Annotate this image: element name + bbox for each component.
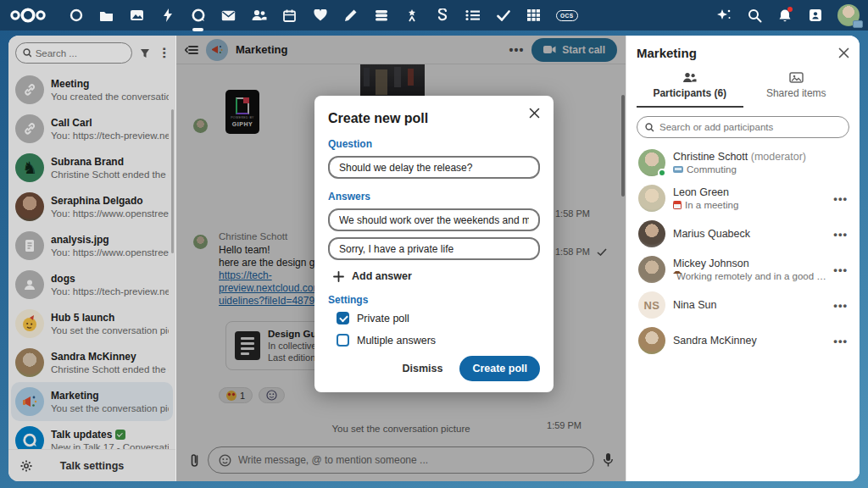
message-link[interactable]: uidelines?fileId=487957 (219, 295, 326, 307)
chat-scrollbar[interactable] (621, 95, 625, 197)
attach-paperclip-icon[interactable] (190, 452, 199, 468)
search-icon[interactable] (746, 7, 763, 24)
calendar-icon[interactable] (281, 8, 298, 24)
private-poll-checkbox[interactable]: Private poll (337, 312, 540, 324)
message-link[interactable]: preview.nextcloud.com/a (219, 282, 330, 294)
sidebar-scrollbar[interactable] (171, 109, 174, 253)
contacts-book-icon[interactable] (807, 7, 824, 24)
conversation-item-call-carl[interactable]: Call Carl You: https://tech-preview.nex… (8, 109, 175, 148)
answer-input-1[interactable] (328, 208, 540, 231)
conversation-item-talk-updates[interactable]: Talk updates New in Talk 17 - Conversati… (8, 421, 175, 449)
talk-logo-icon (15, 426, 44, 449)
participants-search[interactable] (637, 116, 849, 138)
checkbox-unchecked-icon[interactable] (337, 334, 349, 347)
close-sidebar-icon[interactable] (838, 47, 849, 58)
tab-shared-items[interactable]: Shared items (743, 72, 850, 108)
participants-list: Christine Schott (moderator) Commuting L… (637, 145, 849, 358)
files-folder-icon[interactable] (98, 8, 114, 24)
tasks-list-icon[interactable] (465, 8, 481, 24)
conversation-preview: You set the conversation pict… (51, 403, 169, 413)
conversation-item-marketing[interactable]: Marketing You set the conversation pict… (11, 382, 173, 421)
conversations-sidebar: ⋯ Meeting You created the conversation C… (8, 36, 176, 481)
contacts-icon[interactable] (251, 8, 267, 24)
conversation-item-seraphina[interactable]: Seraphina Delgado You: https://www.opens… (8, 187, 175, 226)
message-link[interactable]: https://tech- (219, 269, 272, 281)
document-icon (235, 331, 260, 360)
conversation-menu-icon[interactable]: ••• (509, 43, 525, 57)
multiple-answers-checkbox[interactable]: Multiple answers (337, 334, 540, 347)
conversation-preview: You created the conversation (51, 92, 169, 102)
tables-grid-icon[interactable] (526, 8, 542, 24)
close-modal-icon[interactable] (529, 108, 540, 119)
file-icon (15, 231, 44, 260)
participant-menu-icon[interactable]: ••• (833, 299, 848, 312)
dashboard-icon[interactable] (68, 8, 84, 24)
conversation-item-subrana-brand[interactable]: ♞ Subrana Brand Christine Schott ended t… (8, 148, 175, 187)
answer-input-2[interactable] (328, 237, 540, 260)
photos-icon[interactable] (129, 8, 145, 24)
dismiss-button[interactable]: Dismiss (393, 357, 451, 380)
add-reaction-button[interactable] (259, 387, 285, 403)
video-camera-icon (543, 45, 556, 54)
conversation-item-dogs[interactable]: dogs You: https://tech-preview.nex… (8, 265, 175, 304)
participant-marius[interactable]: Marius Quabeck ••• (637, 216, 849, 252)
start-call-button[interactable]: Start call (531, 38, 617, 62)
nextcloud-logo-icon[interactable] (8, 7, 47, 24)
conversation-item-analysis-jpg[interactable]: analysis.jpg You: https://www.openstreet… (8, 226, 175, 265)
notes-pencil-icon[interactable] (342, 8, 359, 24)
conversation-list: Meeting You created the conversation Cal… (8, 69, 175, 449)
recognize-icon[interactable] (403, 8, 420, 24)
notifications-bell-icon[interactable] (776, 7, 793, 24)
image-attachment[interactable] (360, 64, 425, 98)
conversation-search-input[interactable] (36, 48, 125, 58)
tab-participants[interactable]: Participants (6) (637, 72, 743, 108)
filter-icon[interactable] (137, 48, 153, 58)
conversation-item-meeting[interactable]: Meeting You created the conversation (8, 70, 175, 109)
participant-menu-icon[interactable]: ••• (833, 192, 848, 205)
activity-icon[interactable] (159, 8, 175, 24)
talk-settings-button[interactable]: Talk settings (8, 449, 175, 481)
participant-menu-icon[interactable]: ••• (833, 263, 848, 276)
message-input[interactable] (238, 454, 583, 466)
mail-icon[interactable] (220, 8, 236, 24)
emoji-picker-icon[interactable] (219, 454, 231, 467)
participant-mickey[interactable]: Mickey Johnson Working remotely and in a… (637, 252, 849, 287)
heart-eyes-reaction[interactable]: 1 (219, 387, 253, 403)
s-app-icon[interactable] (434, 8, 450, 24)
conversation-name: Hub 5 launch (51, 312, 169, 324)
sidebar-menu-icon[interactable]: ⋯ (158, 47, 171, 59)
user-avatar[interactable] (837, 4, 860, 26)
checkmark-icon[interactable] (495, 8, 511, 24)
avatar (15, 192, 44, 221)
message-input-pill[interactable] (208, 446, 594, 474)
participant-menu-icon[interactable]: ••• (833, 335, 848, 347)
add-answer-label: Add answer (352, 270, 412, 282)
participants-search-input[interactable] (659, 122, 841, 132)
deck-icon[interactable] (373, 8, 389, 24)
participant-leon[interactable]: Leon Green In a meeting ••• (637, 180, 849, 216)
create-poll-button[interactable]: Create poll (459, 356, 540, 381)
collapse-sidebar-icon[interactable] (185, 45, 198, 55)
microphone-icon[interactable] (603, 452, 614, 468)
participant-nina[interactable]: NS Nina Sun ••• (637, 287, 849, 323)
participant-sandra[interactable]: Sandra McKinney ••• (637, 323, 849, 358)
assistant-sparkles-icon[interactable] (715, 7, 732, 24)
conversation-search[interactable] (15, 42, 132, 64)
talk-icon[interactable] (190, 8, 206, 24)
participant-christine[interactable]: Christine Schott (moderator) Commuting (637, 145, 849, 180)
giphy-attachment[interactable]: POWERED BY GIPHY (225, 90, 259, 134)
health-heart-icon[interactable] (312, 8, 328, 24)
checkbox-label: Private poll (357, 313, 409, 324)
megaphone-avatar-icon (15, 387, 44, 416)
reaction-count: 1 (240, 391, 245, 401)
conversation-preview: Christine Schott ended the c… (51, 169, 169, 180)
add-answer-button[interactable]: Add answer (333, 270, 412, 282)
conversation-item-hub5[interactable]: Hub 5 launch You set the conversation pi… (8, 304, 175, 343)
checkbox-checked-icon[interactable] (337, 312, 349, 324)
chat-header: Marketing ••• Start call (176, 36, 626, 64)
participant-menu-icon[interactable]: ••• (833, 228, 848, 241)
participants-icon (682, 72, 697, 83)
conversation-item-sandra[interactable]: Sandra McKinney Christine Schott ended t… (8, 343, 175, 382)
ocs-app-icon[interactable]: OCS (556, 10, 578, 21)
question-input[interactable] (328, 156, 540, 179)
